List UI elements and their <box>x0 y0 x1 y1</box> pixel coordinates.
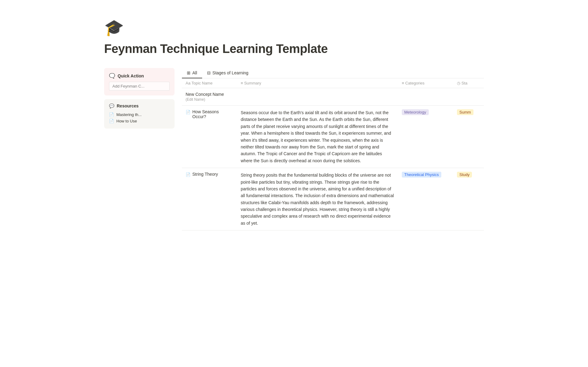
table-row-seasons: 📄 How Seasons Occur? Seasons occur due t… <box>182 106 484 168</box>
string-theory-topic-name: String Theory <box>192 172 218 177</box>
tab-all-icon: ⊞ <box>187 70 190 75</box>
seasons-doc-icon: 📄 <box>186 110 190 114</box>
string-theory-category-tag: Theoretical Physics <box>402 172 441 178</box>
seasons-category-cell: Meteorology <box>398 106 453 168</box>
summary-col-icon: ≡ <box>241 81 244 85</box>
seasons-stage-cell: Summ <box>453 106 484 168</box>
doc-icon-how-to-use: 📄 <box>109 119 114 123</box>
page-wrapper: 🎓 Feynman Technique Learning Template 🗨️… <box>80 0 508 249</box>
tab-stages[interactable]: ⊟ Stages of Learning <box>202 68 254 78</box>
new-concept-sub: (Edit Name) <box>186 97 205 102</box>
sidebar-link-mastering-label: Mastering th... <box>116 112 141 117</box>
table-row-new-concept: New Concept Name (Edit Name) <box>182 88 484 106</box>
resources-section: 💬 Resources 📄 Mastering th... 📄 How to U… <box>104 99 175 129</box>
resources-icon: 💬 <box>109 103 114 108</box>
col-header-stage: ◷ Sta <box>453 78 484 88</box>
tab-stages-label: Stages of Learning <box>213 70 249 75</box>
summary-col-label: Summary <box>244 81 261 85</box>
sidebar: 🗨️ Quick Action 💬 Resources 📄 Mastering … <box>104 68 175 132</box>
col-header-categories: ≡ Categories <box>398 78 453 88</box>
new-concept-topic-cell: New Concept Name (Edit Name) <box>182 88 237 106</box>
seasons-topic-cell: 📄 How Seasons Occur? <box>182 106 237 168</box>
table-row-string-theory: 📄 String Theory String theory posits tha… <box>182 168 484 230</box>
seasons-topic-name: How Seasons Occur? <box>192 109 233 119</box>
string-theory-summary-cell: String theory posits that the fundamenta… <box>237 168 398 230</box>
main-content: ⊞ All ⊟ Stages of Learning Aa Topic Name <box>182 68 484 230</box>
doc-icon-mastering: 📄 <box>109 112 114 117</box>
seasons-stage-tag: Summ <box>457 109 473 115</box>
table-header-row: Aa Topic Name ≡ Summary ≡ Categories <box>182 78 484 88</box>
stage-col-label: Sta <box>462 81 468 85</box>
stage-col-icon: ◷ <box>457 81 462 85</box>
seasons-summary-text: Seasons occur due to the Earth's axial t… <box>241 109 394 164</box>
table-wrapper: Aa Topic Name ≡ Summary ≡ Categories <box>182 78 484 230</box>
add-concept-input[interactable] <box>109 82 170 91</box>
tabs: ⊞ All ⊟ Stages of Learning <box>182 68 484 78</box>
col-header-summary: ≡ Summary <box>237 78 398 88</box>
quick-action-header: 🗨️ Quick Action <box>109 73 170 79</box>
categories-col-icon: ≡ <box>402 81 405 85</box>
new-concept-name: New Concept Name <box>186 92 233 97</box>
resources-label: Resources <box>117 103 139 108</box>
string-theory-summary-text: String theory posits that the fundamenta… <box>241 172 394 227</box>
concepts-table: Aa Topic Name ≡ Summary ≡ Categories <box>182 78 484 230</box>
tab-all[interactable]: ⊞ All <box>182 68 202 78</box>
resources-header: 💬 Resources <box>109 103 170 108</box>
topic-col-label: Aa Topic Name <box>186 81 213 85</box>
col-header-topic: Aa Topic Name <box>182 78 237 88</box>
string-theory-topic-cell: 📄 String Theory <box>182 168 237 230</box>
seasons-category-tag: Meteorology <box>402 109 429 115</box>
quick-action-label: Quick Action <box>118 73 144 78</box>
page-title: Feynman Technique Learning Template <box>104 42 484 56</box>
tab-all-label: All <box>192 70 197 75</box>
page-icon: 🎓 <box>104 18 484 37</box>
new-concept-stage-cell <box>453 88 484 106</box>
sidebar-link-mastering[interactable]: 📄 Mastering th... <box>109 111 170 118</box>
string-theory-stage-tag: Study <box>457 172 472 178</box>
tab-stages-icon: ⊟ <box>207 70 211 75</box>
string-theory-stage-cell: Study <box>453 168 484 230</box>
sidebar-link-how-to-use[interactable]: 📄 How to Use <box>109 118 170 124</box>
seasons-summary-cell: Seasons occur due to the Earth's axial t… <box>237 106 398 168</box>
categories-col-label: Categories <box>405 81 424 85</box>
content-area: 🗨️ Quick Action 💬 Resources 📄 Mastering … <box>104 68 484 230</box>
sidebar-link-how-to-use-label: How to Use <box>116 119 137 123</box>
string-theory-doc-icon: 📄 <box>186 172 190 177</box>
quick-action-section: 🗨️ Quick Action <box>104 68 175 95</box>
quick-action-icon: 🗨️ <box>109 73 115 79</box>
string-theory-category-cell: Theoretical Physics <box>398 168 453 230</box>
new-concept-category-cell <box>398 88 453 106</box>
new-concept-summary-cell <box>237 88 398 106</box>
